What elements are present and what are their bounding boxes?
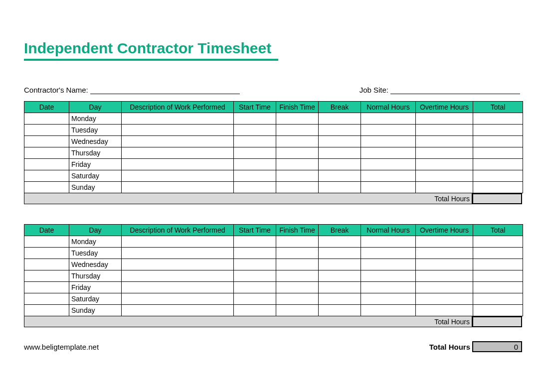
cell-start[interactable] [234,236,276,248]
cell-start[interactable] [234,293,276,305]
cell-total[interactable] [473,293,523,305]
cell-break[interactable] [319,159,361,170]
cell-start[interactable] [234,147,276,159]
cell-finish[interactable] [276,282,319,293]
cell-desc[interactable] [122,259,234,270]
cell-break[interactable] [319,248,361,259]
cell-ot[interactable] [416,305,473,316]
cell-day[interactable]: Thursday [69,147,122,159]
cell-normal[interactable] [361,182,416,193]
cell-start[interactable] [234,125,276,136]
cell-date[interactable] [24,136,69,147]
cell-total[interactable] [473,136,523,147]
cell-normal[interactable] [361,293,416,305]
cell-date[interactable] [24,248,69,259]
cell-total[interactable] [473,259,523,270]
cell-day[interactable]: Friday [69,159,122,170]
cell-desc[interactable] [122,282,234,293]
cell-normal[interactable] [361,270,416,282]
cell-day[interactable]: Wednesday [69,136,122,147]
cell-finish[interactable] [276,182,319,193]
cell-finish[interactable] [276,236,319,248]
cell-normal[interactable] [361,159,416,170]
cell-date[interactable] [24,293,69,305]
cell-day[interactable]: Sunday [69,305,122,316]
cell-normal[interactable] [361,113,416,125]
cell-start[interactable] [234,136,276,147]
cell-day[interactable]: Tuesday [69,125,122,136]
cell-break[interactable] [319,270,361,282]
cell-total[interactable] [473,159,523,170]
cell-normal[interactable] [361,248,416,259]
cell-total[interactable] [473,113,523,125]
cell-date[interactable] [24,147,69,159]
cell-break[interactable] [319,125,361,136]
cell-normal[interactable] [361,147,416,159]
cell-finish[interactable] [276,113,319,125]
cell-day[interactable]: Saturday [69,170,122,182]
cell-date[interactable] [24,170,69,182]
cell-break[interactable] [319,136,361,147]
cell-break[interactable] [319,282,361,293]
cell-total[interactable] [473,305,523,316]
cell-break[interactable] [319,170,361,182]
cell-start[interactable] [234,305,276,316]
cell-date[interactable] [24,259,69,270]
cell-ot[interactable] [416,125,473,136]
cell-total[interactable] [473,147,523,159]
cell-day[interactable]: Friday [69,282,122,293]
cell-normal[interactable] [361,236,416,248]
cell-ot[interactable] [416,182,473,193]
cell-start[interactable] [234,113,276,125]
cell-normal[interactable] [361,125,416,136]
cell-start[interactable] [234,282,276,293]
cell-date[interactable] [24,159,69,170]
cell-start[interactable] [234,170,276,182]
cell-date[interactable] [24,125,69,136]
cell-normal[interactable] [361,282,416,293]
cell-day[interactable]: Wednesday [69,259,122,270]
cell-total[interactable] [473,125,523,136]
cell-finish[interactable] [276,125,319,136]
cell-desc[interactable] [122,147,234,159]
cell-finish[interactable] [276,305,319,316]
cell-desc[interactable] [122,113,234,125]
cell-start[interactable] [234,159,276,170]
cell-desc[interactable] [122,293,234,305]
cell-normal[interactable] [361,170,416,182]
cell-desc[interactable] [122,136,234,147]
cell-break[interactable] [319,305,361,316]
cell-finish[interactable] [276,147,319,159]
cell-date[interactable] [24,305,69,316]
cell-start[interactable] [234,248,276,259]
cell-break[interactable] [319,182,361,193]
cell-start[interactable] [234,182,276,193]
cell-ot[interactable] [416,293,473,305]
cell-break[interactable] [319,113,361,125]
cell-break[interactable] [319,147,361,159]
cell-date[interactable] [24,182,69,193]
cell-ot[interactable] [416,147,473,159]
cell-start[interactable] [234,270,276,282]
cell-desc[interactable] [122,270,234,282]
cell-total[interactable] [473,170,523,182]
cell-ot[interactable] [416,259,473,270]
cell-day[interactable]: Thursday [69,270,122,282]
cell-date[interactable] [24,113,69,125]
cell-desc[interactable] [122,236,234,248]
jobsite-input-line[interactable] [390,85,520,94]
cell-finish[interactable] [276,248,319,259]
cell-day[interactable]: Monday [69,113,122,125]
cell-total[interactable] [473,270,523,282]
cell-break[interactable] [319,293,361,305]
cell-total[interactable] [473,282,523,293]
contractor-input-line[interactable] [90,85,240,94]
cell-total[interactable] [473,236,523,248]
cell-ot[interactable] [416,270,473,282]
cell-start[interactable] [234,259,276,270]
cell-desc[interactable] [122,125,234,136]
cell-day[interactable]: Saturday [69,293,122,305]
cell-finish[interactable] [276,159,319,170]
cell-normal[interactable] [361,136,416,147]
cell-desc[interactable] [122,305,234,316]
